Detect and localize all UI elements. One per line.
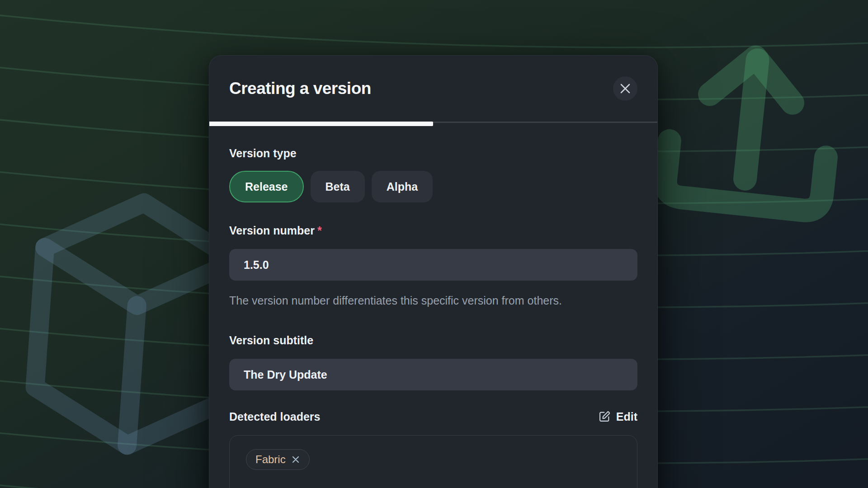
edit-label: Edit <box>616 410 637 423</box>
edit-loaders-button[interactable]: Edit <box>598 410 637 423</box>
pencil-square-icon <box>598 410 611 423</box>
progress-bar <box>209 122 657 127</box>
close-icon <box>619 83 631 94</box>
version-number-label: Version number* <box>229 224 637 237</box>
version-type-beta-button[interactable]: Beta <box>311 171 365 202</box>
modal-body: Version type Release Beta Alpha Version … <box>209 146 657 488</box>
version-type-options: Release Beta Alpha <box>229 171 637 202</box>
modal-title: Creating a version <box>229 79 371 98</box>
loader-chip-fabric: Fabric <box>246 449 310 470</box>
version-subtitle-input[interactable] <box>229 359 637 390</box>
version-number-label-text: Version number <box>229 224 315 237</box>
create-version-modal: Creating a version Version type Release … <box>209 55 658 488</box>
version-type-label: Version type <box>229 146 637 160</box>
modal-header: Creating a version <box>209 56 657 122</box>
required-asterisk: * <box>317 224 322 237</box>
page-background: Creating a version Version type Release … <box>0 0 868 488</box>
version-number-input[interactable] <box>229 249 637 281</box>
version-number-help: The version number differentiates this s… <box>229 292 620 309</box>
detected-loaders-box: Fabric <box>229 435 637 488</box>
version-subtitle-label: Version subtitle <box>229 333 637 347</box>
loader-chip-label: Fabric <box>255 453 286 466</box>
remove-fabric-button[interactable] <box>291 455 300 464</box>
detected-loaders-row: Detected loaders Edit <box>229 408 637 425</box>
version-type-release-button[interactable]: Release <box>229 171 304 202</box>
upload-arrow-icon <box>664 49 835 212</box>
remove-icon <box>291 455 300 464</box>
detected-loaders-label: Detected loaders <box>229 410 320 423</box>
version-type-alpha-button[interactable]: Alpha <box>372 171 433 202</box>
progress-fill <box>209 122 433 126</box>
close-button[interactable] <box>613 76 637 101</box>
